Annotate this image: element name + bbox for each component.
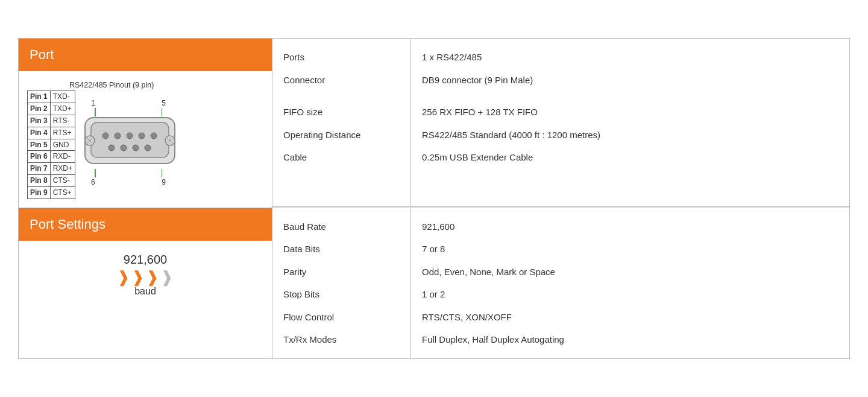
pin-label: Pin 6 (28, 151, 51, 163)
port-spec-labels: Ports Connector FIFO size Operating Dist… (272, 39, 411, 207)
pin-label: Pin 2 (28, 103, 51, 115)
data-bits-label: Data Bits (283, 238, 400, 261)
pin-line-1 (95, 108, 96, 116)
svg-point-8 (121, 145, 127, 151)
operating-distance-value: RS422/485 Standard (4000 ft : 1200 metre… (422, 124, 838, 147)
txrx-modes-value: Full Duplex, Half Duplex Autogating (422, 328, 838, 351)
pin-signal: GND (50, 139, 75, 151)
pin-top-left-label: 1 (91, 99, 95, 107)
db9-body-svg (80, 116, 180, 171)
port-settings-spec-values: 921,600 7 or 8 Odd, Even, None, Mark or … (411, 208, 850, 358)
cable-label: Cable (283, 146, 400, 169)
ports-label: Ports (283, 46, 400, 69)
db9-connector-diagram: 1 5 (80, 99, 180, 186)
flow-control-label: Flow Control (283, 306, 400, 329)
svg-point-5 (139, 133, 145, 139)
baud-diagram: 921,600 ❱ ❱ ❱ ❱ baud (19, 241, 272, 303)
data-bits-value: 7 or 8 (422, 238, 838, 261)
port-section-header: Port (19, 39, 272, 71)
parity-value: Odd, Even, None, Mark or Space (422, 261, 838, 284)
svg-point-6 (151, 133, 157, 139)
connector-value: DB9 connector (9 Pin Male) (422, 69, 838, 92)
pin-signal: CTS+ (50, 186, 75, 198)
flow-control-value: RTS/CTS, XON/XOFF (422, 306, 838, 329)
arrow-4-icon: ❱ (160, 269, 174, 285)
baud-arrows: ❱ ❱ ❱ ❱ (117, 269, 174, 285)
pin-signal: RXD+ (50, 163, 75, 175)
pin-label: Pin 1 (28, 91, 51, 103)
connector-label: Connector (283, 69, 400, 92)
port-spec-values: 1 x RS422/485 DB9 connector (9 Pin Male)… (411, 39, 850, 207)
parity-label: Parity (283, 261, 400, 284)
pin-label: Pin 5 (28, 139, 51, 151)
port-settings-spec-labels: Baud Rate Data Bits Parity Stop Bits Flo… (272, 208, 411, 358)
port-settings-header: Port Settings (19, 208, 272, 241)
arrow-2-icon: ❱ (131, 269, 145, 285)
operating-distance-label: Operating Distance (283, 124, 400, 147)
arrow-3-icon: ❱ (146, 269, 159, 285)
stop-bits-label: Stop Bits (283, 283, 400, 306)
port-settings-left: Port Settings 921,600 ❱ ❱ ❱ ❱ baud (19, 208, 272, 358)
pin-signal: RTS+ (50, 127, 75, 139)
pin-label: Pin 3 (28, 115, 51, 127)
baud-rate-value: 921,600 (422, 215, 838, 238)
svg-point-2 (102, 133, 108, 139)
pin-line-9 (162, 169, 163, 177)
txrx-modes-label: Tx/Rx Modes (283, 328, 400, 351)
arrow-1-icon: ❱ (117, 269, 130, 285)
ports-value: 1 x RS422/485 (422, 46, 838, 69)
stop-bits-value: 1 or 2 (422, 283, 838, 306)
pin-signal: CTS- (50, 174, 75, 186)
pin-signal: TXD- (50, 91, 75, 103)
svg-point-4 (127, 133, 133, 139)
pin-label: Pin 4 (28, 127, 51, 139)
svg-point-7 (108, 145, 115, 151)
pin-line-6 (95, 169, 96, 177)
pin-table: Pin 1TXD- Pin 2TXD+ Pin 3RTS- Pin 4RTS+ … (27, 91, 75, 198)
pinout-title: RS422/485 Pinout (9 pin) (69, 81, 154, 89)
pin-signal: RTS- (50, 115, 75, 127)
fifo-value: 256 RX FIFO + 128 TX FIFO (422, 91, 838, 124)
svg-rect-1 (91, 122, 169, 157)
baud-number: 921,600 (124, 253, 167, 267)
svg-point-9 (133, 145, 139, 151)
pin-label: Pin 9 (28, 186, 51, 198)
main-table: Port RS422/485 Pinout (9 pin) Pin 1TXD- … (18, 38, 850, 358)
svg-point-10 (145, 145, 151, 151)
pin-label: Pin 7 (28, 163, 51, 175)
pin-bottom-right-label: 9 (162, 178, 166, 186)
svg-point-3 (115, 133, 121, 139)
pin-signal: RXD- (50, 151, 75, 163)
fifo-label: FIFO size (283, 91, 400, 124)
baud-rate-label: Baud Rate (283, 215, 400, 238)
pin-top-right-label: 5 (162, 99, 166, 107)
port-diagram: RS422/485 Pinout (9 pin) Pin 1TXD- Pin 2… (19, 71, 272, 207)
baud-label: baud (134, 286, 156, 297)
pin-label: Pin 8 (28, 174, 51, 186)
pin-signal: TXD+ (50, 103, 75, 115)
pin-line-5 (162, 108, 163, 116)
cable-value: 0.25m USB Extender Cable (422, 146, 838, 169)
pin-bottom-left-label: 6 (91, 178, 95, 186)
